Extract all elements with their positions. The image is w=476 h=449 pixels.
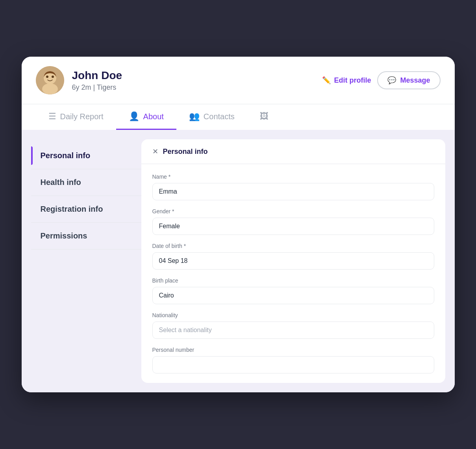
field-group-nationality: Nationality bbox=[152, 312, 434, 339]
nationality-input[interactable] bbox=[152, 322, 434, 339]
field-group-birth-place: Birth place bbox=[152, 277, 434, 304]
header-actions: ✏️ Edit profile 💬 Message bbox=[322, 71, 440, 89]
close-icon[interactable]: ✕ bbox=[152, 147, 158, 156]
user-info: John Doe 6y 2m | Tigers bbox=[72, 69, 315, 92]
sidebar-item-personal-info[interactable]: Personal info bbox=[31, 142, 141, 169]
tab-contacts[interactable]: 👥 Contacts bbox=[176, 104, 247, 130]
sidebar-item-label: Registration info bbox=[41, 205, 103, 214]
list-icon: ☰ bbox=[48, 111, 56, 122]
message-icon: 💬 bbox=[387, 76, 396, 85]
name-input[interactable] bbox=[152, 183, 434, 200]
tab-about[interactable]: 👤 About bbox=[116, 104, 176, 130]
pencil-icon: ✏️ bbox=[322, 76, 331, 85]
header: John Doe 6y 2m | Tigers ✏️ Edit profile … bbox=[22, 57, 455, 104]
tab-gallery[interactable]: 🖼 bbox=[247, 104, 281, 130]
sidebar-item-label: Personal info bbox=[41, 151, 91, 160]
field-label-name: Name * bbox=[152, 174, 434, 180]
field-label-dob: Date of birth * bbox=[152, 243, 434, 249]
field-label-gender: Gender * bbox=[152, 208, 434, 214]
svg-point-3 bbox=[46, 76, 48, 78]
tab-daily-report-label: Daily Report bbox=[60, 112, 104, 121]
birth-place-input[interactable] bbox=[152, 287, 434, 304]
gallery-icon: 🖼 bbox=[260, 111, 269, 122]
sidebar: Personal info Health info Registration i… bbox=[31, 139, 141, 383]
form-body: Name * Gender * Date of birth * Birth pl… bbox=[141, 164, 445, 383]
message-label: Message bbox=[400, 76, 430, 85]
field-group-dob: Date of birth * bbox=[152, 243, 434, 270]
user-name: John Doe bbox=[72, 69, 315, 82]
tab-bar: ☰ Daily Report 👤 About 👥 Contacts 🖼 bbox=[22, 104, 455, 130]
gender-input[interactable] bbox=[152, 218, 434, 235]
svg-point-4 bbox=[52, 76, 54, 78]
app-container: John Doe 6y 2m | Tigers ✏️ Edit profile … bbox=[22, 57, 455, 392]
sidebar-item-label: Permissions bbox=[41, 231, 87, 240]
form-title: Personal info bbox=[163, 148, 208, 156]
form-header: ✕ Personal info bbox=[141, 139, 445, 164]
tab-daily-report[interactable]: ☰ Daily Report bbox=[36, 104, 116, 130]
tab-contacts-label: Contacts bbox=[204, 112, 235, 121]
dob-input[interactable] bbox=[152, 252, 434, 270]
user-sub: 6y 2m | Tigers bbox=[72, 83, 315, 92]
svg-point-2 bbox=[42, 83, 58, 94]
contacts-icon: 👥 bbox=[189, 111, 200, 122]
person-icon: 👤 bbox=[129, 111, 139, 122]
form-panel: ✕ Personal info Name * Gender * Date of … bbox=[141, 139, 445, 383]
sidebar-item-health-info[interactable]: Health info bbox=[31, 169, 141, 196]
sidebar-item-registration-info[interactable]: Registration info bbox=[31, 196, 141, 223]
personal-number-input[interactable] bbox=[152, 356, 434, 373]
edit-profile-button[interactable]: ✏️ Edit profile bbox=[322, 76, 371, 85]
message-button[interactable]: 💬 Message bbox=[377, 71, 440, 89]
field-label-personal-number: Personal number bbox=[152, 347, 434, 353]
edit-profile-label: Edit profile bbox=[334, 76, 371, 85]
field-group-name: Name * bbox=[152, 174, 434, 200]
avatar bbox=[36, 66, 64, 94]
sidebar-item-permissions[interactable]: Permissions bbox=[31, 223, 141, 249]
field-label-birth-place: Birth place bbox=[152, 277, 434, 284]
field-group-gender: Gender * bbox=[152, 208, 434, 235]
sidebar-item-label: Health info bbox=[41, 178, 81, 187]
field-label-nationality: Nationality bbox=[152, 312, 434, 318]
field-group-personal-number: Personal number bbox=[152, 347, 434, 373]
tab-about-label: About bbox=[143, 112, 164, 121]
main-content: Personal info Health info Registration i… bbox=[22, 130, 455, 392]
